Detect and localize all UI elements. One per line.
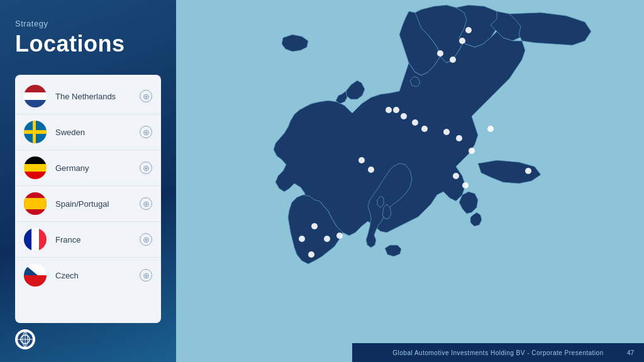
map-pin — [453, 173, 459, 179]
slide: Strategy Locations The Netherlands ⊕ Swe… — [0, 0, 644, 362]
list-item[interactable]: Spain/Portugal ⊕ — [15, 186, 161, 222]
list-item[interactable]: Czech ⊕ — [15, 258, 161, 293]
flag-germany — [24, 156, 47, 179]
page-number: 47 — [627, 349, 634, 356]
flag-sweden — [24, 121, 47, 143]
map-pin — [311, 223, 318, 229]
map-pin — [450, 57, 456, 63]
expand-icon[interactable]: ⊕ — [140, 162, 152, 174]
map-pin — [443, 129, 450, 135]
expand-icon[interactable]: ⊕ — [140, 90, 152, 102]
map-pin — [469, 148, 475, 154]
location-name: Sweden — [55, 128, 140, 137]
map-pin — [308, 251, 314, 258]
logo-text: Global automotive INVESTMENTS HOLDING BV — [40, 334, 101, 345]
map-pin — [462, 182, 469, 189]
map-area: Global Automotive Investments Holding BV… — [176, 0, 644, 362]
map-pin — [459, 38, 465, 44]
sidebar: Strategy Locations The Netherlands ⊕ Swe… — [0, 0, 176, 362]
map-pin — [324, 236, 330, 242]
bottom-bar: Global Automotive Investments Holding BV… — [352, 343, 644, 362]
flag-spain — [24, 192, 47, 215]
expand-icon[interactable]: ⊕ — [140, 197, 152, 210]
expand-icon[interactable]: ⊕ — [140, 269, 152, 282]
flag-czech — [24, 264, 47, 287]
map-pin — [299, 236, 305, 242]
map-pin — [525, 168, 531, 174]
map-pin — [421, 126, 428, 132]
logo-icon — [17, 331, 33, 348]
footer-text: Global Automotive Investments Holding BV… — [392, 349, 603, 356]
location-list: The Netherlands ⊕ Sweden ⊕ Germany ⊕ Spa… — [15, 75, 161, 323]
list-item[interactable]: France ⊕ — [15, 222, 161, 258]
map-pin — [368, 167, 374, 173]
location-name: France — [55, 235, 140, 244]
expand-icon[interactable]: ⊕ — [140, 126, 152, 138]
location-name: Czech — [55, 271, 140, 280]
subtitle: Strategy — [15, 19, 161, 28]
europe-map — [176, 0, 644, 362]
map-pin — [487, 126, 494, 132]
sidebar-footer: Global automotive INVESTMENTS HOLDING BV — [15, 323, 161, 349]
list-item[interactable]: Sweden ⊕ — [15, 114, 161, 150]
map-pin — [336, 233, 343, 239]
flag-france — [24, 228, 47, 251]
map-pin — [393, 107, 399, 113]
location-name: The Netherlands — [55, 92, 140, 101]
map-pin — [358, 157, 365, 163]
logo — [15, 329, 35, 349]
flag-netherlands — [24, 85, 47, 107]
expand-icon[interactable]: ⊕ — [140, 233, 152, 246]
map-pin — [437, 50, 443, 57]
map-pin — [465, 27, 472, 33]
list-item[interactable]: Germany ⊕ — [15, 150, 161, 186]
map-pin — [412, 119, 418, 126]
list-item[interactable]: The Netherlands ⊕ — [15, 79, 161, 114]
map-pin — [386, 107, 392, 113]
page-title: Locations — [15, 31, 161, 57]
map-pin — [401, 113, 407, 119]
location-name: Germany — [55, 163, 140, 173]
location-name: Spain/Portugal — [55, 199, 140, 209]
map-pin — [456, 135, 462, 141]
